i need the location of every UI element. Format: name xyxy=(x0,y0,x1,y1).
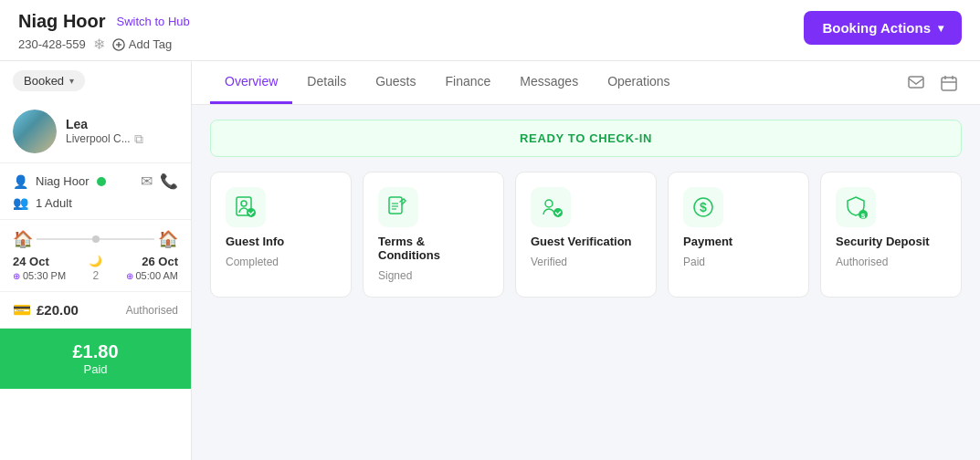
svg-point-16 xyxy=(553,208,563,217)
checkout-house-icon: 🏠 xyxy=(158,229,178,249)
payment-amount: 💳 £20.00 xyxy=(13,301,79,319)
svg-text:$: $ xyxy=(861,212,866,220)
security-deposit-title: Security Deposit xyxy=(836,235,946,248)
add-tag-button[interactable]: Add Tag xyxy=(112,37,172,51)
payment-card: $ Payment Paid xyxy=(668,172,809,298)
header-title: Niag Hoor Switch to Hub xyxy=(18,11,190,32)
dates-midpoint xyxy=(92,235,100,243)
tabs-bar: Overview Details Guests Finance Messages… xyxy=(192,61,980,105)
chevron-down-icon: ▾ xyxy=(938,22,943,35)
verification-icon-wrap xyxy=(531,187,571,227)
svg-point-15 xyxy=(545,200,553,207)
checkout-time-row: ⊕ 05:00 AM xyxy=(126,270,178,281)
svg-rect-11 xyxy=(389,197,402,214)
property-name: Niag Hoor xyxy=(18,11,106,32)
nights-count: 2 xyxy=(92,269,99,282)
authorised-badge: Authorised xyxy=(126,304,178,317)
tab-messages[interactable]: Messages xyxy=(505,61,593,104)
app-container: Niag Hoor Switch to Hub 230-428-559 ❄ Ad… xyxy=(0,0,980,460)
tab-guests[interactable]: Guests xyxy=(361,61,430,104)
guest-info-title: Guest Info xyxy=(226,235,336,248)
main-layout: Booked ▾ Lea Liverpool C... ⧉ xyxy=(0,61,980,460)
email-icon[interactable]: ✉ xyxy=(141,172,153,190)
card-icon: 💳 xyxy=(13,301,31,319)
verified-dot xyxy=(97,177,106,186)
tab-finance[interactable]: Finance xyxy=(431,61,506,104)
verification-icon xyxy=(538,194,564,220)
tab-overview[interactable]: Overview xyxy=(210,61,292,104)
payment-section: 💳 £20.00 Authorised xyxy=(0,292,191,329)
dates-row: 24 Oct ⊕ 05:30 PM 🌙 2 26 Oct ⊕ xyxy=(13,255,178,282)
cards-grid: Guest Info Completed xyxy=(210,172,962,298)
checkin-date-col: 24 Oct ⊕ 05:30 PM xyxy=(13,255,66,282)
total-block[interactable]: £1.80 Paid xyxy=(0,329,191,389)
snowflake-icon: ❄ xyxy=(93,36,105,53)
checkout-time: 05:00 AM xyxy=(136,270,178,281)
status-chevron-icon: ▾ xyxy=(69,76,74,86)
guest-info-icon xyxy=(233,194,258,220)
tab-details[interactable]: Details xyxy=(292,61,361,104)
terms-icon xyxy=(385,194,411,220)
avatar xyxy=(13,110,57,153)
svg-point-10 xyxy=(247,208,256,217)
status-badge[interactable]: Booked ▾ xyxy=(13,70,85,91)
header: Niag Hoor Switch to Hub 230-428-559 ❄ Ad… xyxy=(0,0,980,61)
sidebar: Booked ▾ Lea Liverpool C... ⧉ xyxy=(0,61,192,460)
calendar-icon[interactable] xyxy=(936,70,962,96)
booking-actions-button[interactable]: Booking Actions ▾ xyxy=(804,11,962,45)
dates-section: 🏠 🏠 24 Oct ⊕ 05:30 PM 🌙 xyxy=(0,220,191,292)
dates-bar: 🏠 🏠 xyxy=(13,229,178,249)
phone-icon[interactable]: 📞 xyxy=(160,172,178,190)
copy-icon[interactable]: ⧉ xyxy=(134,131,143,147)
svg-text:$: $ xyxy=(700,200,707,214)
total-label: Paid xyxy=(13,362,178,376)
status-label: Booked xyxy=(24,74,64,88)
sidebar-status-section: Booked ▾ xyxy=(0,61,191,100)
checkin-banner: READY TO CHECK-IN xyxy=(210,120,962,157)
header-sub: 230-428-559 ❄ Add Tag xyxy=(18,36,190,53)
guest-first-name: Lea xyxy=(66,117,143,131)
right-panel: Overview Details Guests Finance Messages… xyxy=(192,61,980,460)
switch-to-hub-link[interactable]: Switch to Hub xyxy=(117,15,190,28)
payment-value: £20.00 xyxy=(37,302,79,318)
guest-name-block: Lea Liverpool C... ⧉ xyxy=(66,117,143,147)
verification-title: Guest Verification xyxy=(531,235,641,248)
verification-card: Guest Verification Verified xyxy=(515,172,657,298)
checkin-date: 24 Oct xyxy=(13,255,66,268)
header-left: Niag Hoor Switch to Hub 230-428-559 ❄ Ad… xyxy=(18,11,190,53)
add-tag-label: Add Tag xyxy=(129,37,172,51)
payment-title: Payment xyxy=(683,235,794,248)
terms-card: Terms & Conditions Signed xyxy=(363,172,504,298)
guest-info-section: Lea Liverpool C... ⧉ xyxy=(0,100,191,163)
total-amount: £1.80 xyxy=(13,341,178,362)
guest-info-card: Guest Info Completed xyxy=(210,172,352,298)
host-name: Niag Hoor xyxy=(36,174,90,188)
guest-info-icon-wrap xyxy=(226,187,266,227)
security-deposit-icon-wrap: $ xyxy=(836,187,876,227)
phone-number: 230-428-559 xyxy=(18,37,86,51)
checkin-time-row: ⊕ 05:30 PM xyxy=(13,270,66,281)
tabs: Overview Details Guests Finance Messages… xyxy=(210,61,685,104)
guest-meta-section: 👤 Niag Hoor ✉ 📞 👥 1 Adult xyxy=(0,163,191,220)
payment-icon-wrap: $ xyxy=(683,187,723,227)
svg-rect-3 xyxy=(909,77,923,88)
payment-icon: $ xyxy=(690,194,716,220)
checkout-date: 26 Oct xyxy=(142,255,178,268)
adults-row: 👥 1 Adult xyxy=(13,195,178,210)
checkin-house-icon: 🏠 xyxy=(13,229,33,249)
terms-icon-wrap xyxy=(378,187,418,227)
payment-status: Paid xyxy=(683,256,794,268)
chat-icon[interactable] xyxy=(903,70,929,96)
nights-icon: 🌙 xyxy=(89,255,102,267)
verification-status: Verified xyxy=(531,256,641,268)
plus-circle-icon xyxy=(112,38,125,51)
adults-count: 1 Adult xyxy=(36,196,72,210)
host-actions: ✉ 📞 xyxy=(141,172,178,190)
tab-operations[interactable]: Operations xyxy=(593,61,684,104)
checkout-date-col: 26 Oct ⊕ 05:00 AM xyxy=(126,255,178,282)
content-area: READY TO CHECK-IN xyxy=(192,105,980,460)
security-deposit-status: Authorised xyxy=(836,256,946,268)
security-deposit-icon: $ xyxy=(843,194,869,220)
guest-location: Liverpool C... ⧉ xyxy=(66,131,143,147)
guest-info-status: Completed xyxy=(226,256,336,268)
